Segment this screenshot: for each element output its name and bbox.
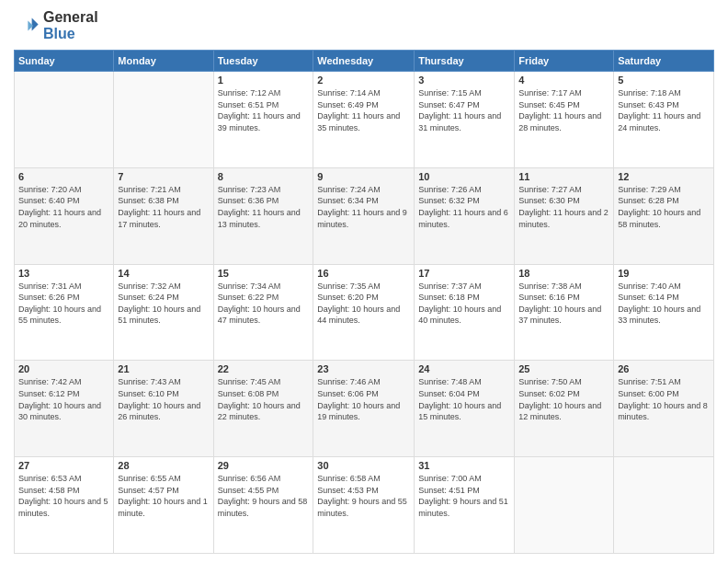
logo-text: General Blue bbox=[43, 9, 98, 42]
day-number: 10 bbox=[418, 171, 510, 182]
day-number: 19 bbox=[618, 268, 710, 279]
day-number: 2 bbox=[317, 75, 410, 86]
day-info: Sunrise: 7:42 AM Sunset: 6:12 PM Dayligh… bbox=[18, 376, 109, 422]
day-number: 11 bbox=[518, 171, 609, 182]
calendar-cell: 12Sunrise: 7:29 AM Sunset: 6:28 PM Dayli… bbox=[614, 167, 714, 264]
week-row-2: 6Sunrise: 7:20 AM Sunset: 6:40 PM Daylig… bbox=[15, 167, 714, 264]
calendar-table: SundayMondayTuesdayWednesdayThursdayFrid… bbox=[14, 50, 714, 554]
day-number: 14 bbox=[118, 268, 209, 279]
day-info: Sunrise: 7:51 AM Sunset: 6:00 PM Dayligh… bbox=[618, 376, 710, 422]
week-row-4: 20Sunrise: 7:42 AM Sunset: 6:12 PM Dayli… bbox=[15, 361, 714, 457]
calendar-cell: 14Sunrise: 7:32 AM Sunset: 6:24 PM Dayli… bbox=[114, 264, 213, 361]
day-info: Sunrise: 7:23 AM Sunset: 6:36 PM Dayligh… bbox=[218, 184, 310, 230]
day-number: 31 bbox=[418, 460, 510, 471]
day-info: Sunrise: 7:14 AM Sunset: 6:49 PM Dayligh… bbox=[317, 87, 410, 133]
calendar-cell: 17Sunrise: 7:37 AM Sunset: 6:18 PM Dayli… bbox=[415, 264, 515, 361]
calendar-cell: 23Sunrise: 7:46 AM Sunset: 6:06 PM Dayli… bbox=[313, 361, 415, 457]
calendar-cell: 8Sunrise: 7:23 AM Sunset: 6:36 PM Daylig… bbox=[213, 167, 313, 264]
weekday-header-friday: Friday bbox=[515, 51, 614, 72]
calendar-cell: 24Sunrise: 7:48 AM Sunset: 6:04 PM Dayli… bbox=[415, 361, 515, 457]
day-number: 12 bbox=[618, 171, 710, 182]
day-info: Sunrise: 7:50 AM Sunset: 6:02 PM Dayligh… bbox=[518, 376, 609, 422]
calendar-cell: 20Sunrise: 7:42 AM Sunset: 6:12 PM Dayli… bbox=[15, 361, 114, 457]
calendar-cell: 15Sunrise: 7:34 AM Sunset: 6:22 PM Dayli… bbox=[213, 264, 313, 361]
calendar-cell: 10Sunrise: 7:26 AM Sunset: 6:32 PM Dayli… bbox=[415, 167, 515, 264]
day-info: Sunrise: 7:21 AM Sunset: 6:38 PM Dayligh… bbox=[118, 184, 209, 230]
day-info: Sunrise: 7:27 AM Sunset: 6:30 PM Dayligh… bbox=[518, 184, 609, 230]
day-info: Sunrise: 7:34 AM Sunset: 6:22 PM Dayligh… bbox=[218, 281, 310, 327]
day-number: 1 bbox=[218, 75, 310, 86]
day-info: Sunrise: 7:29 AM Sunset: 6:28 PM Dayligh… bbox=[618, 184, 710, 230]
svg-marker-0 bbox=[32, 18, 39, 31]
day-info: Sunrise: 7:37 AM Sunset: 6:18 PM Dayligh… bbox=[418, 281, 510, 327]
calendar-cell: 5Sunrise: 7:18 AM Sunset: 6:43 PM Daylig… bbox=[614, 72, 714, 168]
day-info: Sunrise: 7:24 AM Sunset: 6:34 PM Dayligh… bbox=[317, 184, 410, 230]
day-info: Sunrise: 6:53 AM Sunset: 4:58 PM Dayligh… bbox=[18, 473, 109, 519]
calendar-container: General Blue SundayMondayTuesdayWednesda… bbox=[0, 0, 728, 563]
day-info: Sunrise: 7:31 AM Sunset: 6:26 PM Dayligh… bbox=[18, 281, 109, 327]
weekday-header-row: SundayMondayTuesdayWednesdayThursdayFrid… bbox=[15, 51, 714, 72]
day-number: 26 bbox=[618, 363, 710, 374]
calendar-cell bbox=[614, 457, 714, 554]
header: General Blue bbox=[14, 9, 714, 42]
weekday-header-tuesday: Tuesday bbox=[213, 51, 313, 72]
day-number: 7 bbox=[118, 171, 209, 182]
day-info: Sunrise: 7:35 AM Sunset: 6:20 PM Dayligh… bbox=[317, 281, 410, 327]
day-number: 17 bbox=[418, 268, 510, 279]
calendar-cell: 31Sunrise: 7:00 AM Sunset: 4:51 PM Dayli… bbox=[415, 457, 515, 554]
calendar-cell: 18Sunrise: 7:38 AM Sunset: 6:16 PM Dayli… bbox=[515, 264, 614, 361]
logo: General Blue bbox=[14, 9, 98, 42]
day-info: Sunrise: 6:55 AM Sunset: 4:57 PM Dayligh… bbox=[118, 473, 209, 519]
day-info: Sunrise: 7:40 AM Sunset: 6:14 PM Dayligh… bbox=[618, 281, 710, 327]
logo-icon bbox=[14, 13, 40, 39]
calendar-cell: 2Sunrise: 7:14 AM Sunset: 6:49 PM Daylig… bbox=[313, 72, 415, 168]
day-info: Sunrise: 7:38 AM Sunset: 6:16 PM Dayligh… bbox=[518, 281, 609, 327]
day-number: 18 bbox=[518, 268, 609, 279]
day-number: 16 bbox=[317, 268, 410, 279]
day-info: Sunrise: 7:26 AM Sunset: 6:32 PM Dayligh… bbox=[418, 184, 510, 230]
calendar-cell: 7Sunrise: 7:21 AM Sunset: 6:38 PM Daylig… bbox=[114, 167, 213, 264]
calendar-cell: 29Sunrise: 6:56 AM Sunset: 4:55 PM Dayli… bbox=[213, 457, 313, 554]
calendar-cell: 27Sunrise: 6:53 AM Sunset: 4:58 PM Dayli… bbox=[15, 457, 114, 554]
calendar-cell: 9Sunrise: 7:24 AM Sunset: 6:34 PM Daylig… bbox=[313, 167, 415, 264]
weekday-header-monday: Monday bbox=[114, 51, 213, 72]
day-number: 24 bbox=[418, 363, 510, 374]
day-number: 23 bbox=[317, 363, 410, 374]
calendar-cell bbox=[114, 72, 213, 168]
day-info: Sunrise: 7:48 AM Sunset: 6:04 PM Dayligh… bbox=[418, 376, 510, 422]
week-row-1: 1Sunrise: 7:12 AM Sunset: 6:51 PM Daylig… bbox=[15, 72, 714, 168]
week-row-3: 13Sunrise: 7:31 AM Sunset: 6:26 PM Dayli… bbox=[15, 264, 714, 361]
calendar-cell: 30Sunrise: 6:58 AM Sunset: 4:53 PM Dayli… bbox=[313, 457, 415, 554]
calendar-cell: 21Sunrise: 7:43 AM Sunset: 6:10 PM Dayli… bbox=[114, 361, 213, 457]
calendar-cell: 1Sunrise: 7:12 AM Sunset: 6:51 PM Daylig… bbox=[213, 72, 313, 168]
day-info: Sunrise: 7:20 AM Sunset: 6:40 PM Dayligh… bbox=[18, 184, 109, 230]
day-number: 15 bbox=[218, 268, 310, 279]
day-info: Sunrise: 7:00 AM Sunset: 4:51 PM Dayligh… bbox=[418, 473, 510, 519]
calendar-cell: 26Sunrise: 7:51 AM Sunset: 6:00 PM Dayli… bbox=[614, 361, 714, 457]
calendar-cell: 4Sunrise: 7:17 AM Sunset: 6:45 PM Daylig… bbox=[515, 72, 614, 168]
day-info: Sunrise: 7:46 AM Sunset: 6:06 PM Dayligh… bbox=[317, 376, 410, 422]
day-number: 30 bbox=[317, 460, 410, 471]
day-number: 20 bbox=[18, 363, 109, 374]
calendar-cell bbox=[515, 457, 614, 554]
day-number: 5 bbox=[618, 75, 710, 86]
weekday-header-wednesday: Wednesday bbox=[313, 51, 415, 72]
day-number: 29 bbox=[218, 460, 310, 471]
day-info: Sunrise: 6:58 AM Sunset: 4:53 PM Dayligh… bbox=[317, 473, 410, 519]
calendar-cell: 25Sunrise: 7:50 AM Sunset: 6:02 PM Dayli… bbox=[515, 361, 614, 457]
week-row-5: 27Sunrise: 6:53 AM Sunset: 4:58 PM Dayli… bbox=[15, 457, 714, 554]
calendar-cell: 22Sunrise: 7:45 AM Sunset: 6:08 PM Dayli… bbox=[213, 361, 313, 457]
day-number: 28 bbox=[118, 460, 209, 471]
weekday-header-thursday: Thursday bbox=[415, 51, 515, 72]
weekday-header-saturday: Saturday bbox=[614, 51, 714, 72]
day-number: 6 bbox=[18, 171, 109, 182]
weekday-header-sunday: Sunday bbox=[15, 51, 114, 72]
day-info: Sunrise: 6:56 AM Sunset: 4:55 PM Dayligh… bbox=[218, 473, 310, 519]
calendar-cell bbox=[15, 72, 114, 168]
calendar-cell: 13Sunrise: 7:31 AM Sunset: 6:26 PM Dayli… bbox=[15, 264, 114, 361]
day-number: 13 bbox=[18, 268, 109, 279]
calendar-cell: 28Sunrise: 6:55 AM Sunset: 4:57 PM Dayli… bbox=[114, 457, 213, 554]
day-number: 25 bbox=[518, 363, 609, 374]
day-number: 3 bbox=[418, 75, 510, 86]
calendar-cell: 16Sunrise: 7:35 AM Sunset: 6:20 PM Dayli… bbox=[313, 264, 415, 361]
